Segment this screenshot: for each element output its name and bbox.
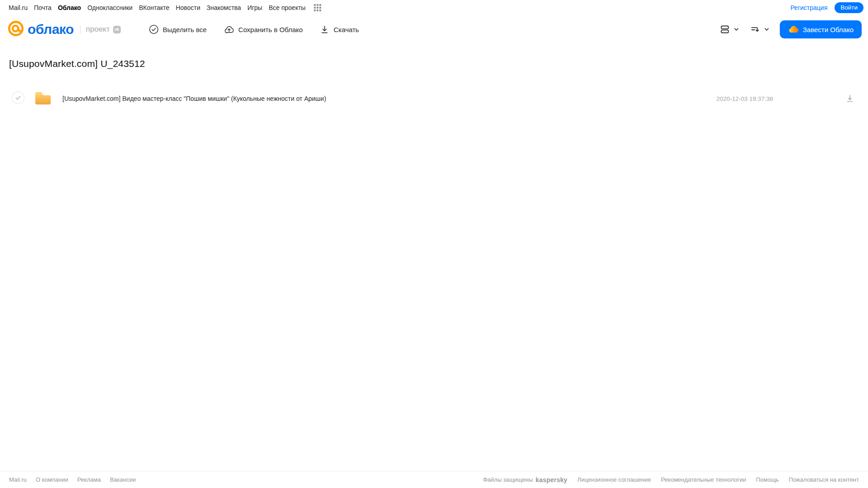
save-to-cloud-label: Сохранить в Облако (238, 26, 303, 33)
topnav-all-projects[interactable]: Все проекты (269, 4, 306, 11)
row-checkbox[interactable] (12, 91, 24, 106)
file-download-icon[interactable] (845, 94, 854, 103)
logo-divider (80, 25, 81, 33)
footer-right-links: Файлы защищены kaspersky Лицензионное со… (483, 476, 859, 483)
topnav-znakomstva[interactable]: Знакомства (207, 4, 241, 11)
file-row[interactable]: [UsupovMarket.com] Видео мастер-класс "П… (0, 85, 868, 113)
kaspersky-logo[interactable]: kaspersky (536, 476, 567, 483)
cloud-public-page: Mail.ru Почта Облако Одноклассники ВКонт… (0, 0, 868, 488)
footer-ads-link[interactable]: Реклама (77, 476, 101, 483)
file-name[interactable]: [UsupovMarket.com] Видео мастер-класс "П… (62, 95, 326, 102)
topnav-mailru[interactable]: Mail.ru (9, 4, 28, 11)
save-to-cloud-icon (224, 24, 234, 35)
chevron-down-icon (764, 26, 770, 33)
at-logo-icon (7, 20, 24, 39)
topnav-igry[interactable]: Игры (247, 4, 262, 11)
header-right-controls: Завести Облако (719, 20, 862, 38)
sort-dropdown[interactable] (749, 24, 770, 35)
file-toolbar: Выделить все Сохранить в Облако (149, 24, 359, 35)
topnav-novosti[interactable]: Новости (176, 4, 200, 11)
download-icon (320, 25, 329, 34)
registration-link[interactable]: Регистрация (790, 4, 827, 11)
vk-badge-icon: vk (113, 26, 121, 33)
topnav-oblako[interactable]: Облако (58, 4, 81, 11)
view-mode-dropdown[interactable] (719, 24, 740, 35)
footer-license-link[interactable]: Лицензионное соглашение (577, 476, 651, 483)
protected-label: Файлы защищены (483, 476, 533, 483)
footer-report-link[interactable]: Пожаловаться на контент (789, 476, 859, 483)
select-all-label: Выделить все (163, 26, 207, 33)
cloud-header: облако проект vk Выделить все (0, 15, 868, 44)
save-to-cloud-button[interactable]: Сохранить в Облако (224, 24, 303, 35)
footer-help-link[interactable]: Помощь (756, 476, 778, 483)
topnav-pochta[interactable]: Почта (34, 4, 52, 11)
topnav-vkontakte[interactable]: ВКонтакте (139, 4, 169, 11)
file-date: 2020-12-03 19:37:38 (716, 95, 773, 102)
apps-grid-icon[interactable] (314, 4, 321, 11)
topbar-auth: Регистрация Войти (790, 2, 863, 13)
footer-left-links: Mail.ru О компании Реклама Вакансии (9, 476, 136, 483)
footer-recommendation-link[interactable]: Рекомендательные технологии (661, 476, 746, 483)
topnav-odnoklassniki[interactable]: Одноклассники (87, 4, 133, 11)
kaspersky-protected: Файлы защищены kaspersky (483, 476, 568, 483)
cloud-icon (788, 24, 799, 35)
footer: Mail.ru О компании Реклама Вакансии Файл… (0, 471, 868, 488)
page-title: [UsupovMarket.com] U_243512 (9, 58, 868, 69)
footer-mailru-link[interactable]: Mail.ru (9, 476, 27, 483)
create-cloud-button[interactable]: Завести Облако (780, 20, 862, 38)
sort-icon (749, 24, 761, 35)
cloud-logo[interactable]: облако проект vk (7, 20, 121, 39)
footer-about-link[interactable]: О компании (36, 476, 68, 483)
folder-icon (34, 90, 52, 107)
project-label: проект (86, 25, 110, 34)
footer-jobs-link[interactable]: Вакансии (110, 476, 136, 483)
download-label: Скачать (333, 26, 359, 33)
select-all-icon (149, 24, 159, 34)
download-button[interactable]: Скачать (320, 25, 359, 34)
logo-wordmark: облако (28, 22, 74, 37)
view-mode-icon (719, 24, 731, 35)
select-all-button[interactable]: Выделить все (149, 24, 207, 34)
chevron-down-icon (733, 26, 740, 33)
create-cloud-label: Завести Облако (803, 26, 854, 33)
portal-topbar: Mail.ru Почта Облако Одноклассники ВКонт… (0, 0, 868, 15)
login-button[interactable]: Войти (835, 2, 863, 13)
